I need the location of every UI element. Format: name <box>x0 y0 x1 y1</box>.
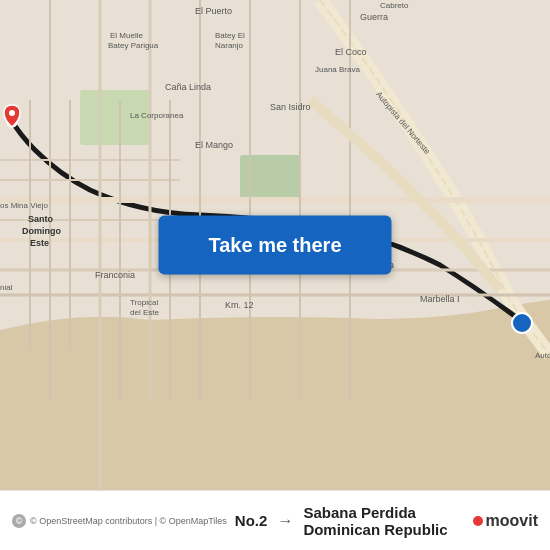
svg-text:Juana Brava: Juana Brava <box>315 65 360 74</box>
svg-text:del Este: del Este <box>130 308 159 317</box>
svg-text:Km. 12: Km. 12 <box>225 300 254 310</box>
moovit-brand-name: moovit <box>486 512 538 530</box>
attribution-text: © OpenStreetMap contributors | © OpenMap… <box>30 516 227 526</box>
svg-text:Guerra: Guerra <box>360 12 388 22</box>
svg-text:El Puerto: El Puerto <box>195 6 232 16</box>
attribution-icon: © <box>12 514 26 528</box>
route-to: Sabana Perdida Dominican Republic <box>303 504 464 538</box>
svg-text:Cabreto: Cabreto <box>380 1 409 10</box>
app-container: El Puerto El Muelle Batey Parigua Batey … <box>0 0 550 550</box>
route-from: No.2 <box>235 512 268 529</box>
svg-text:os Mina Viejo: os Mina Viejo <box>0 201 48 210</box>
bottom-bar: © © OpenStreetMap contributors | © OpenM… <box>0 490 550 550</box>
svg-text:Este: Este <box>30 238 49 248</box>
svg-point-52 <box>9 110 15 116</box>
svg-text:El Mango: El Mango <box>195 140 233 150</box>
svg-text:Marbella I: Marbella I <box>420 294 460 304</box>
svg-text:nial: nial <box>0 283 13 292</box>
svg-point-50 <box>512 313 532 333</box>
svg-text:La Corporanea: La Corporanea <box>130 111 184 120</box>
moovit-logo: moovit <box>473 512 538 530</box>
svg-text:Naranjo: Naranjo <box>215 41 244 50</box>
svg-text:El Coco: El Coco <box>335 47 367 57</box>
route-info: No.2 → Sabana Perdida Dominican Republic <box>227 504 473 538</box>
svg-text:Santo: Santo <box>28 214 54 224</box>
attribution: © © OpenStreetMap contributors | © OpenM… <box>12 514 227 528</box>
svg-text:Tropical: Tropical <box>130 298 158 307</box>
svg-text:Auto: Auto <box>535 351 550 360</box>
route-arrow: → <box>277 512 293 530</box>
svg-text:Caña Linda: Caña Linda <box>165 82 211 92</box>
map-area: El Puerto El Muelle Batey Parigua Batey … <box>0 0 550 490</box>
moovit-dot-icon <box>473 516 483 526</box>
svg-text:Batey Parigua: Batey Parigua <box>108 41 159 50</box>
svg-text:El Muelle: El Muelle <box>110 31 143 40</box>
svg-text:Batey El: Batey El <box>215 31 245 40</box>
svg-text:Domingo: Domingo <box>22 226 61 236</box>
svg-text:San Isidro: San Isidro <box>270 102 311 112</box>
svg-text:Franconia: Franconia <box>95 270 135 280</box>
take-me-there-button[interactable]: Take me there <box>158 216 391 275</box>
